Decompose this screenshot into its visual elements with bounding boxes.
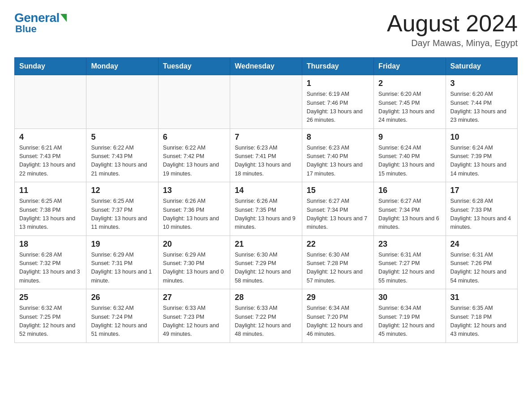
calendar-day-cell <box>15 75 86 129</box>
day-number: 13 <box>163 186 225 195</box>
title-area: August 2024 Dayr Mawas, Minya, Egypt <box>387 11 518 48</box>
day-of-week-header: Tuesday <box>158 58 230 75</box>
calendar-day-cell: 6Sunrise: 6:22 AM Sunset: 7:42 PM Daylig… <box>158 128 230 182</box>
day-number: 10 <box>450 133 513 142</box>
calendar-day-cell: 3Sunrise: 6:20 AM Sunset: 7:44 PM Daylig… <box>446 75 517 129</box>
calendar-day-cell: 16Sunrise: 6:27 AM Sunset: 7:34 PM Dayli… <box>374 182 446 236</box>
calendar-table: SundayMondayTuesdayWednesdayThursdayFrid… <box>14 57 518 343</box>
day-number: 20 <box>163 240 225 249</box>
day-number: 1 <box>307 79 369 88</box>
day-number: 23 <box>378 240 441 249</box>
calendar-day-cell: 19Sunrise: 6:29 AM Sunset: 7:31 PM Dayli… <box>86 235 158 289</box>
day-info: Sunrise: 6:29 AM Sunset: 7:31 PM Dayligh… <box>91 251 153 286</box>
logo-blue-text: Blue <box>15 23 37 35</box>
day-info: Sunrise: 6:33 AM Sunset: 7:22 PM Dayligh… <box>235 304 297 339</box>
day-info: Sunrise: 6:35 AM Sunset: 7:18 PM Dayligh… <box>450 304 513 339</box>
day-info: Sunrise: 6:25 AM Sunset: 7:37 PM Dayligh… <box>91 197 153 232</box>
day-info: Sunrise: 6:33 AM Sunset: 7:23 PM Dayligh… <box>163 304 225 339</box>
calendar-day-cell: 27Sunrise: 6:33 AM Sunset: 7:23 PM Dayli… <box>158 289 230 343</box>
day-info: Sunrise: 6:19 AM Sunset: 7:46 PM Dayligh… <box>307 90 369 125</box>
day-info: Sunrise: 6:23 AM Sunset: 7:40 PM Dayligh… <box>307 144 369 179</box>
day-number: 3 <box>450 79 513 88</box>
calendar-day-cell: 12Sunrise: 6:25 AM Sunset: 7:37 PM Dayli… <box>86 182 158 236</box>
calendar-day-cell: 7Sunrise: 6:23 AM Sunset: 7:41 PM Daylig… <box>230 128 302 182</box>
calendar-day-cell <box>230 75 302 129</box>
calendar-day-cell: 30Sunrise: 6:34 AM Sunset: 7:19 PM Dayli… <box>374 289 446 343</box>
day-number: 5 <box>91 133 153 142</box>
day-info: Sunrise: 6:24 AM Sunset: 7:39 PM Dayligh… <box>450 144 513 179</box>
day-number: 19 <box>91 240 153 249</box>
day-number: 9 <box>378 133 441 142</box>
day-number: 27 <box>163 293 225 302</box>
day-number: 22 <box>307 240 369 249</box>
calendar-week-row: 11Sunrise: 6:25 AM Sunset: 7:38 PM Dayli… <box>15 182 518 236</box>
day-number: 6 <box>163 133 225 142</box>
day-number: 24 <box>450 240 513 249</box>
day-number: 18 <box>19 240 82 249</box>
day-number: 11 <box>19 186 82 195</box>
day-number: 14 <box>235 186 297 195</box>
day-info: Sunrise: 6:30 AM Sunset: 7:29 PM Dayligh… <box>235 251 297 286</box>
day-info: Sunrise: 6:34 AM Sunset: 7:19 PM Dayligh… <box>378 304 441 339</box>
calendar-day-cell: 26Sunrise: 6:32 AM Sunset: 7:24 PM Dayli… <box>86 289 158 343</box>
calendar-day-cell <box>86 75 158 129</box>
day-of-week-header: Sunday <box>15 58 86 75</box>
calendar-day-cell: 31Sunrise: 6:35 AM Sunset: 7:18 PM Dayli… <box>446 289 517 343</box>
day-info: Sunrise: 6:28 AM Sunset: 7:33 PM Dayligh… <box>450 197 513 232</box>
day-number: 15 <box>307 186 369 195</box>
logo-general-part: General <box>14 11 60 25</box>
day-info: Sunrise: 6:31 AM Sunset: 7:27 PM Dayligh… <box>378 251 441 286</box>
day-info: Sunrise: 6:20 AM Sunset: 7:44 PM Dayligh… <box>450 90 513 125</box>
calendar-day-cell: 18Sunrise: 6:28 AM Sunset: 7:32 PM Dayli… <box>15 235 86 289</box>
day-number: 26 <box>91 293 153 302</box>
day-info: Sunrise: 6:34 AM Sunset: 7:20 PM Dayligh… <box>307 304 369 339</box>
day-number: 16 <box>378 186 441 195</box>
day-number: 17 <box>450 186 513 195</box>
calendar-day-cell: 9Sunrise: 6:24 AM Sunset: 7:40 PM Daylig… <box>374 128 446 182</box>
day-info: Sunrise: 6:20 AM Sunset: 7:45 PM Dayligh… <box>378 90 441 125</box>
calendar-day-cell: 24Sunrise: 6:31 AM Sunset: 7:26 PM Dayli… <box>446 235 517 289</box>
calendar-week-row: 25Sunrise: 6:32 AM Sunset: 7:25 PM Dayli… <box>15 289 518 343</box>
location-text: Dayr Mawas, Minya, Egypt <box>387 38 518 48</box>
day-number: 8 <box>307 133 369 142</box>
calendar-day-cell: 28Sunrise: 6:33 AM Sunset: 7:22 PM Dayli… <box>230 289 302 343</box>
day-number: 7 <box>235 133 297 142</box>
calendar-day-cell: 14Sunrise: 6:26 AM Sunset: 7:35 PM Dayli… <box>230 182 302 236</box>
calendar-day-cell: 17Sunrise: 6:28 AM Sunset: 7:33 PM Dayli… <box>446 182 517 236</box>
day-info: Sunrise: 6:31 AM Sunset: 7:26 PM Dayligh… <box>450 251 513 286</box>
day-info: Sunrise: 6:26 AM Sunset: 7:35 PM Dayligh… <box>235 197 297 232</box>
calendar-day-cell: 5Sunrise: 6:22 AM Sunset: 7:43 PM Daylig… <box>86 128 158 182</box>
calendar-day-cell <box>158 75 230 129</box>
day-info: Sunrise: 6:32 AM Sunset: 7:25 PM Dayligh… <box>19 304 82 339</box>
calendar-day-cell: 25Sunrise: 6:32 AM Sunset: 7:25 PM Dayli… <box>15 289 86 343</box>
calendar-day-cell: 8Sunrise: 6:23 AM Sunset: 7:40 PM Daylig… <box>302 128 373 182</box>
month-title: August 2024 <box>387 11 518 36</box>
calendar-day-cell: 15Sunrise: 6:27 AM Sunset: 7:34 PM Dayli… <box>302 182 373 236</box>
calendar-day-cell: 22Sunrise: 6:30 AM Sunset: 7:28 PM Dayli… <box>302 235 373 289</box>
day-info: Sunrise: 6:22 AM Sunset: 7:42 PM Dayligh… <box>163 144 225 179</box>
calendar-day-cell: 20Sunrise: 6:29 AM Sunset: 7:30 PM Dayli… <box>158 235 230 289</box>
calendar-day-cell: 11Sunrise: 6:25 AM Sunset: 7:38 PM Dayli… <box>15 182 86 236</box>
day-info: Sunrise: 6:26 AM Sunset: 7:36 PM Dayligh… <box>163 197 225 232</box>
day-info: Sunrise: 6:24 AM Sunset: 7:40 PM Dayligh… <box>378 144 441 179</box>
day-info: Sunrise: 6:27 AM Sunset: 7:34 PM Dayligh… <box>378 197 441 232</box>
day-info: Sunrise: 6:25 AM Sunset: 7:38 PM Dayligh… <box>19 197 82 232</box>
calendar-week-row: 4Sunrise: 6:21 AM Sunset: 7:43 PM Daylig… <box>15 128 518 182</box>
day-number: 4 <box>19 133 82 142</box>
day-of-week-header: Friday <box>374 58 446 75</box>
day-number: 21 <box>235 240 297 249</box>
calendar-day-cell: 21Sunrise: 6:30 AM Sunset: 7:29 PM Dayli… <box>230 235 302 289</box>
day-of-week-header: Thursday <box>302 58 373 75</box>
day-info: Sunrise: 6:21 AM Sunset: 7:43 PM Dayligh… <box>19 144 82 179</box>
day-of-week-header: Saturday <box>446 58 517 75</box>
calendar-day-cell: 10Sunrise: 6:24 AM Sunset: 7:39 PM Dayli… <box>446 128 517 182</box>
calendar-day-cell: 2Sunrise: 6:20 AM Sunset: 7:45 PM Daylig… <box>374 75 446 129</box>
calendar-day-cell: 1Sunrise: 6:19 AM Sunset: 7:46 PM Daylig… <box>302 75 373 129</box>
logo-arrow-icon <box>60 14 67 22</box>
calendar-header-row: SundayMondayTuesdayWednesdayThursdayFrid… <box>15 58 518 75</box>
day-info: Sunrise: 6:28 AM Sunset: 7:32 PM Dayligh… <box>19 251 82 286</box>
logo: General Blue <box>14 11 67 35</box>
day-number: 25 <box>19 293 82 302</box>
day-number: 29 <box>307 293 369 302</box>
day-of-week-header: Wednesday <box>230 58 302 75</box>
